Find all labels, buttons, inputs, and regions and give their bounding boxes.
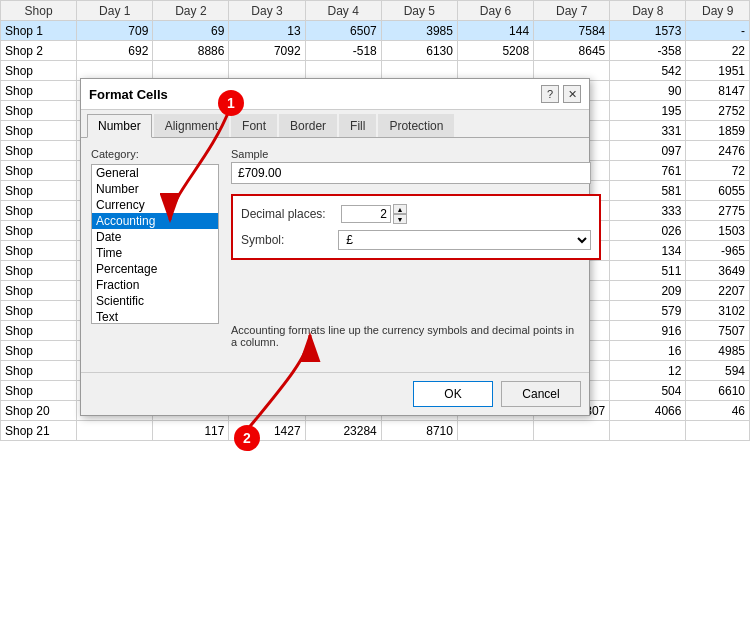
cell[interactable]: 7584 <box>534 21 610 41</box>
cell[interactable]: 511 <box>610 261 686 281</box>
cell[interactable]: Shop <box>1 261 77 281</box>
cell[interactable]: 12 <box>610 361 686 381</box>
category-item[interactable]: Time <box>92 245 218 261</box>
cell[interactable]: 22 <box>686 41 750 61</box>
ok-button[interactable]: OK <box>413 381 493 407</box>
cell[interactable]: - <box>686 21 750 41</box>
cell[interactable] <box>534 421 610 441</box>
cell[interactable]: 7507 <box>686 321 750 341</box>
cell[interactable]: 3985 <box>381 21 457 41</box>
cell[interactable] <box>77 421 153 441</box>
cell[interactable]: Shop 2 <box>1 41 77 61</box>
category-item[interactable]: Fraction <box>92 277 218 293</box>
cell[interactable]: 026 <box>610 221 686 241</box>
cell[interactable]: 46 <box>686 401 750 421</box>
cell[interactable]: 72 <box>686 161 750 181</box>
cell[interactable]: Shop <box>1 101 77 121</box>
category-item[interactable]: Date <box>92 229 218 245</box>
cell[interactable]: 8645 <box>534 41 610 61</box>
cell[interactable]: Shop <box>1 61 77 81</box>
cell[interactable]: 6507 <box>305 21 381 41</box>
cell[interactable]: 1503 <box>686 221 750 241</box>
cell[interactable]: 594 <box>686 361 750 381</box>
cell[interactable]: Shop <box>1 201 77 221</box>
cell[interactable]: 5208 <box>457 41 533 61</box>
cell[interactable]: 1573 <box>610 21 686 41</box>
cell[interactable]: Shop <box>1 301 77 321</box>
cell[interactable]: Shop <box>1 281 77 301</box>
format-cells-dialog[interactable]: Format Cells ? ✕ Number Alignment Font B… <box>80 78 590 416</box>
cell[interactable]: Shop <box>1 241 77 261</box>
cell[interactable]: 134 <box>610 241 686 261</box>
cell[interactable]: 579 <box>610 301 686 321</box>
cell[interactable]: 1951 <box>686 61 750 81</box>
cell[interactable] <box>686 421 750 441</box>
cell[interactable]: 542 <box>610 61 686 81</box>
symbol-select[interactable]: £ $ € ¥ <box>338 230 591 250</box>
cell[interactable]: 2775 <box>686 201 750 221</box>
cell[interactable]: 331 <box>610 121 686 141</box>
cell[interactable]: 709 <box>77 21 153 41</box>
cell[interactable]: 2207 <box>686 281 750 301</box>
cell[interactable]: Shop <box>1 121 77 141</box>
cell[interactable]: Shop <box>1 381 77 401</box>
cell[interactable]: 6055 <box>686 181 750 201</box>
cell[interactable]: 3102 <box>686 301 750 321</box>
category-item[interactable]: General <box>92 165 218 181</box>
cell[interactable]: 1427 <box>229 421 305 441</box>
cell[interactable]: Shop 1 <box>1 21 77 41</box>
cell[interactable]: Shop <box>1 141 77 161</box>
cell[interactable]: Shop <box>1 181 77 201</box>
cell[interactable]: 4985 <box>686 341 750 361</box>
cell[interactable]: 581 <box>610 181 686 201</box>
cell[interactable]: 209 <box>610 281 686 301</box>
spinner-down[interactable]: ▼ <box>393 214 407 224</box>
cell[interactable] <box>457 421 533 441</box>
cell[interactable]: 3649 <box>686 261 750 281</box>
cell[interactable]: -518 <box>305 41 381 61</box>
category-item[interactable]: Scientific <box>92 293 218 309</box>
tab-protection[interactable]: Protection <box>378 114 454 137</box>
cell[interactable]: 761 <box>610 161 686 181</box>
cell[interactable]: 117 <box>153 421 229 441</box>
decimal-input[interactable] <box>341 205 391 223</box>
category-item[interactable]: Text <box>92 309 218 324</box>
cell[interactable]: 6130 <box>381 41 457 61</box>
cell[interactable]: 4066 <box>610 401 686 421</box>
cell[interactable]: 144 <box>457 21 533 41</box>
tab-number[interactable]: Number <box>87 114 152 138</box>
cell[interactable]: 7092 <box>229 41 305 61</box>
cell[interactable]: 504 <box>610 381 686 401</box>
close-button[interactable]: ✕ <box>563 85 581 103</box>
cell[interactable]: Shop <box>1 81 77 101</box>
cell[interactable]: 2476 <box>686 141 750 161</box>
cell[interactable]: Shop <box>1 361 77 381</box>
cell[interactable]: Shop <box>1 221 77 241</box>
cell[interactable]: Shop <box>1 321 77 341</box>
cell[interactable]: 692 <box>77 41 153 61</box>
cell[interactable]: 1859 <box>686 121 750 141</box>
category-list[interactable]: GeneralNumberCurrencyAccountingDateTimeP… <box>91 164 219 324</box>
cell[interactable]: 90 <box>610 81 686 101</box>
cell[interactable]: 23284 <box>305 421 381 441</box>
cell[interactable]: Shop <box>1 341 77 361</box>
cell[interactable]: 6610 <box>686 381 750 401</box>
category-item[interactable]: Currency <box>92 197 218 213</box>
cell[interactable]: 8147 <box>686 81 750 101</box>
cell[interactable]: 69 <box>153 21 229 41</box>
spinner-up[interactable]: ▲ <box>393 204 407 214</box>
cell[interactable]: Shop 21 <box>1 421 77 441</box>
cell[interactable]: 097 <box>610 141 686 161</box>
cell[interactable]: -358 <box>610 41 686 61</box>
cell[interactable]: Shop <box>1 161 77 181</box>
cell[interactable]: 8710 <box>381 421 457 441</box>
cell[interactable]: 2752 <box>686 101 750 121</box>
tab-font[interactable]: Font <box>231 114 277 137</box>
tab-alignment[interactable]: Alignment <box>154 114 229 137</box>
category-item[interactable]: Accounting <box>92 213 218 229</box>
cell[interactable]: 16 <box>610 341 686 361</box>
cell[interactable]: -965 <box>686 241 750 261</box>
cell[interactable]: 195 <box>610 101 686 121</box>
cell[interactable] <box>610 421 686 441</box>
cell[interactable]: 333 <box>610 201 686 221</box>
